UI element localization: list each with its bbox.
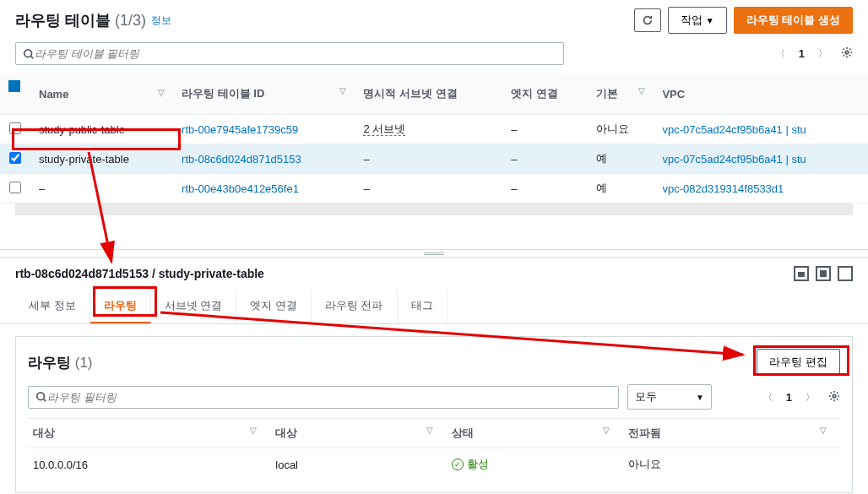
tab-propagation[interactable]: 라우팅 전파	[312, 290, 398, 323]
cell-main: 예	[588, 174, 654, 204]
col-edge[interactable]: 엣지 연결	[502, 73, 588, 115]
page-title: 라우팅 테이블 (1/3)	[15, 10, 146, 30]
page-number: 1	[799, 47, 805, 60]
cell-explicit: –	[355, 174, 502, 204]
route-row: 10.0.0.0/16local✓활성아니요	[28, 448, 840, 481]
refresh-button[interactable]	[634, 8, 661, 32]
gear-icon	[828, 390, 840, 402]
col-vpc[interactable]: VPC	[654, 73, 868, 115]
caret-down-icon: ▼	[706, 16, 714, 25]
vpc-link[interactable]: vpc-07c5ad24cf95b6a41 | stu	[662, 123, 806, 136]
routes-filter-select[interactable]: 모두 ▼	[627, 384, 712, 410]
cell-destination: 10.0.0.0/16	[28, 448, 270, 481]
routes-filter-input[interactable]	[47, 391, 611, 404]
create-route-table-button[interactable]: 라우팅 테이블 생성	[734, 7, 853, 34]
settings-gear[interactable]	[841, 46, 853, 61]
gear-icon	[841, 46, 853, 58]
rcol-propagated[interactable]: 전파됨▽	[623, 419, 840, 448]
check-circle-icon: ✓	[452, 459, 464, 470]
svg-point-1	[845, 51, 849, 54]
table-row[interactable]: study-public-tablertb-00e7945afe1739c592…	[0, 115, 868, 144]
svg-point-0	[24, 49, 32, 57]
cell-explicit: –	[355, 144, 502, 174]
selection-count: (1/3)	[115, 12, 146, 29]
routes-page-number: 1	[786, 391, 792, 404]
cell-name: study-private-table	[30, 144, 173, 174]
cell-edge: –	[502, 144, 588, 174]
tab-subnet-assoc[interactable]: 서브넷 연결	[151, 290, 237, 323]
cell-main: 아니요	[588, 115, 654, 144]
refresh-icon	[642, 14, 654, 26]
route-table-id-link[interactable]: rtb-00e43b0e412e56fe1	[182, 182, 299, 195]
routes-page-next[interactable]: 〉	[806, 391, 815, 404]
svg-point-2	[37, 393, 45, 400]
routes-title: 라우팅 (1)	[28, 353, 93, 372]
col-name[interactable]: Name▽	[30, 73, 173, 115]
rcol-status[interactable]: 상태▽	[447, 419, 623, 448]
caret-down-icon: ▼	[696, 393, 704, 402]
cell-name: –	[30, 174, 173, 204]
row-checkbox[interactable]	[9, 152, 21, 164]
routes-panel: 라우팅 (1) 라우팅 편집 모두 ▼ 〈 1 〉 대상▽ 대상▽	[15, 336, 853, 493]
pane-resizer[interactable]	[0, 249, 868, 258]
cell-main: 예	[588, 144, 654, 174]
search-icon	[35, 391, 47, 403]
info-link[interactable]: 정보	[151, 14, 171, 28]
layout-split-icon[interactable]	[794, 266, 809, 281]
select-all-checkbox[interactable]	[8, 80, 20, 92]
rcol-target[interactable]: 대상▽	[270, 419, 447, 448]
edit-routes-button[interactable]: 라우팅 편집	[757, 349, 840, 376]
actions-button[interactable]: 작업 ▼	[668, 7, 727, 34]
page-prev[interactable]: 〈	[776, 47, 785, 60]
detail-title: rtb-08c6d024d871d5153 / study-private-ta…	[15, 267, 264, 280]
routes-table: 대상▽ 대상▽ 상태▽ 전파됨▽ 10.0.0.0/16local✓활성아니요	[28, 418, 840, 480]
svg-point-3	[833, 394, 836, 398]
route-tables-table: − Name▽ 라우팅 테이블 ID▽ 명시적 서브넷 연결 엣지 연결 기본▽…	[0, 73, 868, 204]
layout-empty-icon[interactable]	[838, 266, 853, 281]
status-active: ✓활성	[452, 457, 489, 472]
cell-edge: –	[502, 174, 588, 204]
cell-propagated: 아니요	[623, 448, 840, 481]
tab-tags[interactable]: 태그	[398, 290, 448, 323]
vpc-link[interactable]: vpc-07c5ad24cf95b6a41 | stu	[662, 153, 806, 166]
col-explicit[interactable]: 명시적 서브넷 연결	[355, 73, 502, 115]
cell-explicit: 2 서브넷	[355, 115, 502, 144]
routes-page-prev[interactable]: 〈	[763, 391, 773, 404]
tab-details[interactable]: 세부 정보	[15, 290, 90, 323]
table-row[interactable]: –rtb-00e43b0e412e56fe1––예vpc-082d319314f…	[0, 174, 868, 204]
sort-icon: ▽	[158, 88, 165, 97]
row-checkbox[interactable]	[9, 122, 21, 134]
cell-target: local	[270, 448, 447, 481]
tab-routes[interactable]: 라우팅	[90, 290, 151, 323]
cell-edge: –	[502, 115, 588, 144]
row-checkbox[interactable]	[9, 182, 21, 193]
tab-edge-assoc[interactable]: 엣지 연결	[236, 290, 312, 323]
filter-input[interactable]	[35, 47, 556, 60]
routes-settings-gear[interactable]	[828, 390, 840, 404]
route-table-id-link[interactable]: rtb-00e7945afe1739c59	[182, 123, 298, 136]
cell-name: study-public-table	[30, 115, 173, 144]
detail-tabs: 세부 정보 라우팅 서브넷 연결 엣지 연결 라우팅 전파 태그	[0, 290, 868, 324]
route-table-id-link[interactable]: rtb-08c6d024d871d5153	[182, 153, 301, 166]
filter-search[interactable]	[15, 42, 564, 65]
search-icon	[23, 48, 35, 60]
col-rtid[interactable]: 라우팅 테이블 ID▽	[173, 73, 355, 115]
table-row[interactable]: study-private-tablertb-08c6d024d871d5153…	[0, 144, 868, 174]
layout-full-icon[interactable]	[816, 266, 831, 281]
vpc-link[interactable]: vpc-082d319314f8533d1	[662, 182, 784, 195]
routes-filter[interactable]	[28, 386, 619, 409]
page-next[interactable]: 〉	[818, 47, 827, 60]
horizontal-scrollbar[interactable]	[15, 204, 853, 215]
rcol-destination[interactable]: 대상▽	[28, 419, 270, 448]
col-main[interactable]: 기본▽	[588, 73, 654, 115]
